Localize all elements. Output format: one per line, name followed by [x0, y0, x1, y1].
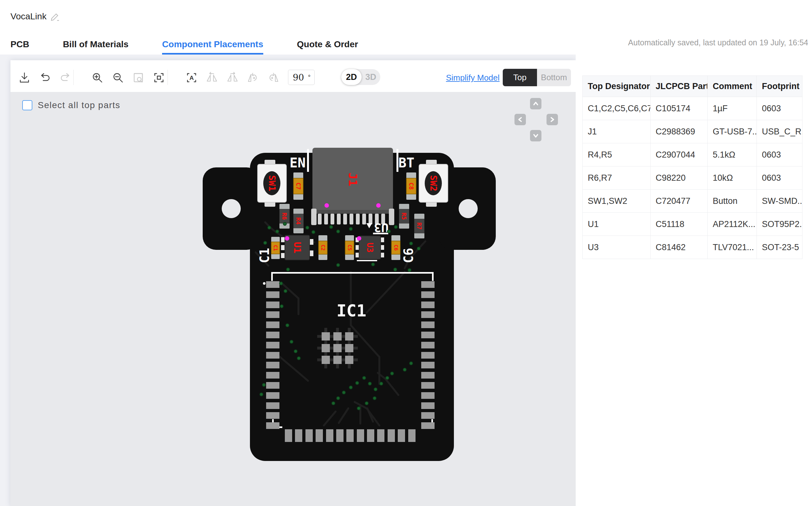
view-3d-option[interactable]: 3D	[361, 69, 380, 85]
pin1-marker	[324, 203, 329, 208]
svg-text:SW2: SW2	[428, 175, 439, 191]
svg-text:C1: C1	[272, 245, 278, 251]
pan-up-button[interactable]	[530, 98, 542, 109]
top-side-button[interactable]: Top	[503, 69, 537, 86]
download-icon[interactable]	[17, 71, 31, 85]
simplify-model-link[interactable]: Simplify Model	[446, 73, 500, 83]
silkscreen-ic1: IC1	[336, 301, 367, 320]
zoom-selection-icon[interactable]	[131, 71, 145, 85]
page-header: VocaLink PCB Bill of Materials Component…	[0, 0, 812, 55]
component-c8[interactable]: C8	[406, 172, 416, 200]
canvas-toolbar: A 90 ° 2D	[10, 60, 576, 92]
board-side-switch: Top Bottom	[503, 69, 571, 86]
svg-text:C2: C2	[320, 244, 326, 250]
view-mode-toggle[interactable]: 2D 3D	[341, 69, 380, 85]
castellated-pads-left	[266, 281, 279, 429]
pan-down-button[interactable]	[530, 130, 542, 142]
thermal-pad-grid	[317, 328, 358, 368]
project-title: VocaLink	[10, 11, 47, 21]
component-r5[interactable]: R5	[399, 204, 409, 229]
select-all-checkbox[interactable]	[22, 100, 32, 110]
svg-text:R6: R6	[281, 213, 288, 220]
silkscreen-u3: U3	[374, 221, 389, 235]
tab-quote-order[interactable]: Quote & Order	[297, 34, 358, 55]
component-c5[interactable]: C5	[345, 235, 354, 260]
component-r7[interactable]: R7	[414, 214, 424, 238]
chevron-left-icon	[519, 117, 521, 121]
silkscreen-line	[373, 233, 388, 234]
autosave-status: Automatically saved, last updated on 19 …	[628, 38, 808, 47]
component-placements-page: VocaLink PCB Bill of Materials Component…	[0, 0, 812, 506]
table-row[interactable]: U1C51118AP2112K...SOT95P2...	[583, 213, 802, 236]
component-j1-usb[interactable]: J1	[311, 148, 394, 225]
silkscreen-c1: C1	[257, 248, 272, 263]
chevron-up-icon	[534, 102, 538, 105]
mounting-hole-left	[222, 199, 241, 218]
col-comment: Comment	[708, 76, 757, 97]
table-row[interactable]: U3C81462TLV7021...SOT-23-5	[583, 236, 802, 259]
component-c6[interactable]: C6	[391, 235, 400, 260]
col-jlcpcb-part: JLCPCB Part #	[651, 76, 708, 97]
col-footprint: Footprint	[757, 76, 802, 97]
tab-component-placements[interactable]: Component Placements	[162, 34, 263, 55]
tab-pcb[interactable]: PCB	[10, 34, 29, 55]
component-r4[interactable]: R4	[294, 208, 304, 233]
redo-icon[interactable]	[58, 71, 72, 85]
text-label-icon[interactable]: A	[185, 71, 198, 85]
component-c1[interactable]: C1	[271, 237, 280, 259]
table-row[interactable]: R6,R7C9822010kΩ0603	[583, 166, 802, 190]
col-top-designator: Top Designator	[583, 76, 651, 97]
pin-marker	[376, 203, 381, 208]
rotate-ccw-icon[interactable]	[246, 71, 260, 85]
pin1-marker	[285, 236, 289, 241]
component-sw2[interactable]: SW2	[419, 160, 448, 207]
pan-left-button[interactable]	[514, 114, 526, 125]
silkscreen-bracket	[307, 149, 309, 172]
svg-text:R7: R7	[416, 223, 423, 230]
pan-right-button[interactable]	[547, 114, 558, 125]
table-row[interactable]: C1,C2,C5,C6,C7,C8C1051741µF0603	[583, 97, 802, 120]
toolbar-divider	[73, 70, 74, 85]
rotate-cw-icon[interactable]	[266, 71, 280, 85]
flip-horizontal-left-icon[interactable]	[205, 71, 219, 85]
rotation-value: 90	[293, 72, 308, 83]
silkscreen-bt: BT	[398, 155, 415, 171]
svg-text:C8: C8	[408, 183, 415, 190]
component-c2[interactable]: C2	[318, 235, 327, 260]
svg-text:C7: C7	[295, 183, 302, 190]
tab-bill-of-materials[interactable]: Bill of Materials	[63, 34, 129, 55]
view-2d-option[interactable]: 2D	[341, 69, 361, 85]
svg-text:C6: C6	[393, 244, 399, 250]
component-c7[interactable]: C7	[294, 172, 303, 200]
flip-horizontal-right-icon[interactable]	[226, 71, 239, 85]
castellated-pads-right	[421, 281, 434, 429]
toolbar-divider	[167, 70, 168, 85]
zoom-in-icon[interactable]	[90, 71, 104, 85]
chevron-down-icon	[534, 135, 538, 137]
table-row[interactable]: SW1,SW2C720477ButtonSW-SMD...	[583, 190, 802, 213]
table-row[interactable]: R4,R5C29070445.1kΩ0603	[583, 143, 802, 166]
edit-title-pencil-icon[interactable]	[50, 11, 60, 22]
rotation-angle-input[interactable]: 90 °	[288, 70, 315, 85]
component-u1[interactable]: U1	[281, 235, 313, 260]
svg-text:U1: U1	[292, 242, 303, 253]
silkscreen-en: EN	[290, 155, 306, 171]
select-all-label: Select all top parts	[38, 100, 120, 110]
placements-panel: Top Designator JLCPCB Part # Comment Foo…	[576, 55, 812, 506]
main-area: A 90 ° 2D	[0, 55, 812, 506]
pin1-marker	[357, 236, 361, 241]
pcb-board-render[interactable]: J1 EN BT SW1	[202, 148, 497, 461]
svg-text:R5: R5	[401, 213, 408, 220]
fit-to-screen-icon[interactable]	[152, 71, 166, 85]
component-u3[interactable]: U3	[355, 236, 384, 261]
table-body: C1,C2,C5,C6,C7,C8C1051741µF0603 J1C29883…	[583, 97, 802, 259]
component-sw1[interactable]: SW1	[257, 160, 287, 207]
mounting-hole-right	[459, 199, 478, 218]
zoom-out-icon[interactable]	[111, 71, 125, 85]
undo-icon[interactable]	[38, 71, 52, 85]
bottom-side-button[interactable]: Bottom	[537, 69, 571, 86]
tab-bar: PCB Bill of Materials Component Placemen…	[10, 34, 392, 55]
table-row[interactable]: J1C2988369GT-USB-7...USB_C_R...	[583, 120, 802, 143]
svg-text:U3: U3	[365, 243, 375, 252]
placements-table: Top Designator JLCPCB Part # Comment Foo…	[582, 75, 803, 259]
